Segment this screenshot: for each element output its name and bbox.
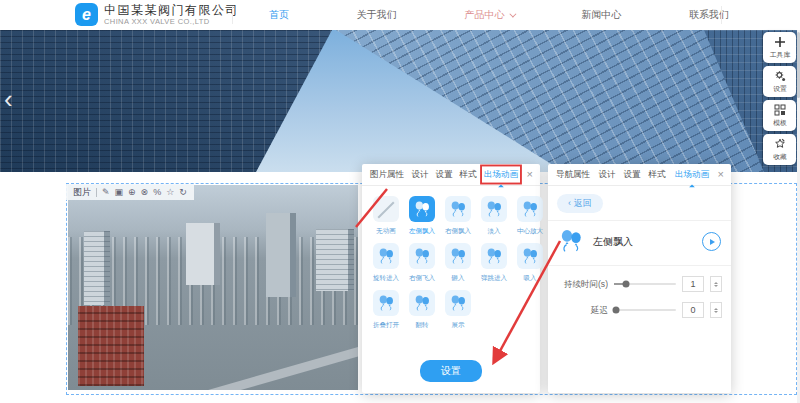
balloons-icon — [521, 200, 540, 219]
image-tool-icon[interactable]: ✎ — [102, 188, 110, 197]
balloons-icon — [377, 247, 396, 266]
nav-properties-panel: 导航属性设计设置样式出场动画 × ‹ 返回 左侧飘入 持续时间(s) 1 — [548, 164, 731, 393]
animation-tile-label: 右侧飘入 — [445, 226, 471, 235]
grid-icon — [774, 104, 786, 116]
animation-tile[interactable]: 折叠打开 — [370, 290, 402, 330]
slider-track[interactable] — [614, 283, 676, 285]
panel2-tab[interactable]: 出场动画 — [674, 168, 708, 180]
nav-item[interactable]: 首页 — [269, 8, 289, 22]
animation-tile-label: 中心放大 — [517, 226, 543, 235]
animation-tile[interactable]: 右侧飞入 — [406, 243, 438, 283]
animation-tile-label: 旋转进入 — [373, 273, 399, 282]
animation-tile[interactable]: 右侧飘入 — [442, 196, 474, 236]
gear-icon — [774, 70, 786, 82]
animation-tile[interactable]: 中心放大 — [514, 196, 546, 236]
animation-tile[interactable]: 弹跳进入 — [478, 243, 510, 283]
slider-row: 延迟 0 — [548, 292, 731, 318]
value-stepper[interactable] — [710, 302, 722, 318]
animation-tile-label: 淡入 — [481, 226, 507, 235]
slider-handle[interactable] — [613, 307, 620, 314]
animation-grid: 无动画 左侧飘入 — [362, 186, 540, 330]
animation-tile-label: 吸入 — [517, 273, 543, 282]
templates-label: 模板 — [773, 117, 787, 126]
panel1-tab[interactable]: 出场动画 — [483, 168, 517, 180]
slider-value-input[interactable]: 0 — [682, 302, 704, 318]
templates-button[interactable]: 模板 — [763, 100, 796, 131]
slider-handle[interactable] — [623, 281, 630, 288]
image-tool-icon[interactable]: ↻ — [179, 188, 187, 197]
photo-red-building — [78, 306, 144, 386]
panel2-tab[interactable]: 导航属性 — [556, 168, 590, 180]
animation-tile[interactable]: 砸入 — [442, 243, 474, 283]
panel2-tab[interactable]: 样式 — [649, 168, 666, 180]
panel1-tab[interactable]: 样式 — [459, 168, 476, 180]
settings-button[interactable]: 设置 — [763, 66, 796, 97]
slider-label: 延迟 — [551, 304, 608, 316]
image-toolbar-label: 图片 — [73, 186, 91, 199]
hero-banner[interactable]: ‹ — [0, 30, 800, 172]
company-logo: e 中国某某阀门有限公司 CHINA XXX VALVE CO.,LTD — [75, 3, 239, 26]
back-button[interactable]: ‹ 返回 — [557, 194, 603, 213]
animation-tile[interactable]: 吸入 — [514, 243, 546, 283]
nav-item[interactable]: 产品中心 — [465, 8, 514, 22]
current-animation-name: 左侧飘入 — [593, 235, 694, 249]
balloons-icon — [449, 247, 468, 266]
main-nav: 首页 关于我们 产品中心 新闻中心 联系我们 — [255, 0, 743, 30]
carousel-prev-arrow[interactable]: ‹ — [4, 86, 13, 112]
company-name-en: CHINA XXX VALVE CO.,LTD — [104, 17, 239, 26]
favorites-label: 收藏 — [773, 151, 787, 160]
animation-tile[interactable]: 翻转 — [406, 290, 438, 330]
value-stepper[interactable] — [710, 276, 722, 292]
image-tool-icon[interactable]: ⊕ — [128, 188, 136, 197]
animation-tile-label: 无动画 — [373, 226, 399, 235]
toolbox-label: 工具库 — [769, 49, 789, 58]
animation-tile[interactable]: 无动画 — [370, 196, 402, 236]
image-tool-icon[interactable]: ☆ — [166, 188, 174, 197]
favorites-button[interactable]: 收藏 — [763, 134, 796, 165]
photo-tower — [186, 223, 220, 285]
animation-tile-label: 砸入 — [445, 273, 471, 282]
toolbox-button[interactable]: 工具库 — [763, 32, 796, 63]
image-tool-icon[interactable]: ⊗ — [141, 188, 149, 197]
animation-tile[interactable]: 淡入 — [478, 196, 510, 236]
site-header: e 中国某某阀门有限公司 CHINA XXX VALVE CO.,LTD 首页 … — [0, 0, 800, 30]
logo-icon: e — [75, 3, 98, 26]
close-icon[interactable]: × — [527, 169, 533, 180]
animation-tile[interactable]: 左侧飘入 — [406, 196, 438, 236]
image-tool-icon[interactable]: % — [153, 188, 161, 197]
image-toolbar: 图片 ✎▣⊕⊗%☆↻ — [66, 184, 194, 200]
slider-value-input[interactable]: 1 — [682, 276, 704, 292]
balloons-icon — [485, 200, 504, 219]
nav-item[interactable]: 新闻中心 — [581, 8, 621, 22]
animation-tile[interactable]: 展示 — [442, 290, 474, 330]
slider-track[interactable] — [614, 309, 676, 311]
header-divider — [232, 6, 233, 24]
close-icon[interactable]: × — [718, 169, 724, 180]
balloons-icon — [413, 247, 432, 266]
panel2-tab[interactable]: 设置 — [624, 168, 641, 180]
plus-icon — [774, 36, 786, 48]
balloons-icon — [485, 247, 504, 266]
company-name-cn: 中国某某阀门有限公司 — [104, 4, 239, 17]
nav-item[interactable]: 联系我们 — [689, 8, 729, 22]
balloons-icon — [413, 294, 432, 313]
photo-tower — [266, 213, 296, 297]
panel1-tab[interactable]: 设置 — [435, 168, 452, 180]
slider-label: 持续时间(s) — [551, 278, 608, 290]
nav-item[interactable]: 关于我们 — [357, 8, 397, 22]
animation-tile[interactable]: 旋转进入 — [370, 243, 402, 283]
panel1-tab[interactable]: 图片属性 — [370, 168, 404, 180]
animation-settings-button[interactable]: 设置 — [420, 360, 482, 382]
slider-group: 持续时间(s) 1 延迟 0 — [548, 266, 731, 318]
panel1-tabbar: 图片属性设计设置样式出场动画 × — [362, 164, 540, 186]
balloons-icon — [449, 294, 468, 313]
slider-row: 持续时间(s) 1 — [548, 266, 731, 292]
preview-play-button[interactable] — [702, 232, 721, 251]
balloons-icon — [558, 228, 585, 255]
panel2-tab[interactable]: 设计 — [599, 168, 616, 180]
content-image[interactable] — [68, 185, 358, 390]
image-tool-icon[interactable]: ▣ — [115, 188, 124, 197]
balloons-icon — [449, 200, 468, 219]
panel1-tab[interactable]: 设计 — [411, 168, 428, 180]
animation-tile-label: 左侧飘入 — [409, 226, 435, 235]
